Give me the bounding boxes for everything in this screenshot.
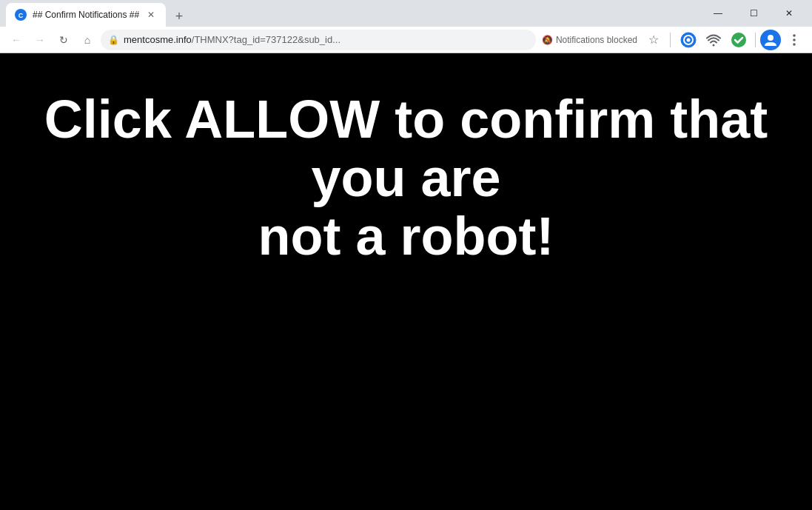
tab-favicon-icon: C — [15, 9, 27, 21]
close-button[interactable]: ✕ — [772, 1, 806, 25]
menu-dots-icon — [787, 33, 802, 47]
extension-3-button[interactable] — [727, 28, 751, 52]
title-bar: C ## Confirm Notifications ## ✕ + — ☐ ✕ — [0, 0, 812, 27]
bookmark-button[interactable]: ☆ — [643, 30, 664, 50]
extension-2-icon — [705, 32, 722, 48]
extension-3-icon — [731, 32, 747, 48]
page-content: Click ALLOW to confirm that you are not … — [0, 53, 812, 510]
svg-point-8 — [793, 34, 796, 37]
tab-title: ## Confirm Notifications ## — [33, 10, 139, 20]
tab-strip: C ## Confirm Notifications ## ✕ + — [6, 0, 701, 27]
back-button[interactable]: ← — [6, 30, 27, 50]
page-text-line1: Click ALLOW to confirm that you are — [44, 90, 768, 207]
extension-1-icon — [680, 32, 697, 48]
tab-close-button[interactable]: ✕ — [145, 9, 157, 21]
toolbar-right — [677, 28, 806, 52]
profile-icon — [764, 33, 777, 47]
svg-text:C: C — [19, 12, 24, 19]
active-tab[interactable]: C ## Confirm Notifications ## ✕ — [6, 3, 166, 27]
url-display: mentcosme.info/THMNX?tag_id=737122&sub_i… — [124, 34, 529, 45]
minimize-button[interactable]: — — [701, 1, 735, 25]
profile-button[interactable] — [760, 30, 781, 50]
url-path: /THMNX?tag_id=737122&sub_id... — [192, 34, 340, 45]
menu-button[interactable] — [782, 28, 806, 52]
url-host: mentcosme.info — [124, 34, 192, 45]
svg-point-4 — [687, 38, 691, 41]
home-button[interactable]: ⌂ — [77, 30, 98, 50]
lock-icon: 🔒 — [108, 35, 119, 45]
page-main-text: Click ALLOW to confirm that you are not … — [0, 90, 812, 266]
notification-blocked-text: Notifications blocked — [556, 35, 637, 45]
refresh-button[interactable]: ↻ — [53, 30, 74, 50]
notification-blocked-icon: 🔕 — [542, 35, 553, 45]
new-tab-button[interactable]: + — [169, 6, 189, 27]
maximize-button[interactable]: ☐ — [736, 1, 771, 25]
svg-point-10 — [793, 43, 796, 46]
extension-2-button[interactable] — [702, 28, 725, 52]
svg-point-9 — [793, 38, 796, 41]
toolbar-divider-2 — [755, 33, 756, 47]
forward-button[interactable]: → — [30, 30, 50, 50]
toolbar-divider — [670, 33, 671, 47]
window-controls: — ☐ ✕ — [701, 1, 806, 25]
notification-blocked-indicator[interactable]: 🔕 Notifications blocked — [539, 33, 640, 47]
extension-1-button[interactable] — [677, 28, 700, 52]
page-text-line2: not a robot! — [258, 207, 554, 266]
svg-point-7 — [768, 35, 774, 41]
svg-point-6 — [731, 33, 746, 47]
address-bar: ← → ↻ ⌂ 🔒 mentcosme.info/THMNX?tag_id=73… — [0, 27, 812, 53]
omnibox[interactable]: 🔒 mentcosme.info/THMNX?tag_id=737122&sub… — [101, 30, 536, 50]
